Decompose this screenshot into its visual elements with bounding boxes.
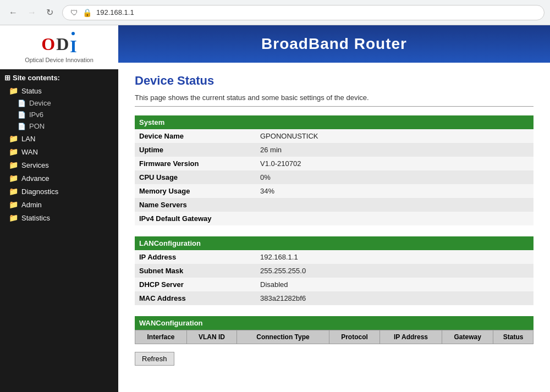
page-description: This page shows the current status and s… [135, 93, 534, 102]
label-subnet: Subnet Mask [135, 264, 256, 278]
sidebar-item-pon[interactable]: 📄 PON [0, 120, 118, 132]
browser-chrome: ← → ↻ 🛡 🔒 192.168.1.1 [0, 0, 550, 25]
wan-table: Interface VLAN ID Connection Type Protoc… [135, 330, 534, 344]
file-icon-device: 📄 [18, 100, 26, 107]
sidebar-item-wan[interactable]: 📁 WAN [0, 145, 118, 158]
table-row: MAC Address 383a21282bf6 [135, 291, 534, 305]
system-table: System Device Name GPONONUSTICK Uptime 2… [135, 115, 534, 225]
sidebar-label-advance: Advance [21, 174, 50, 183]
wan-col-vlanid: VLAN ID [187, 330, 237, 344]
label-memory: Memory Usage [135, 184, 256, 198]
sidebar-item-admin[interactable]: 📁 Admin [0, 198, 118, 211]
table-row: IP Address 192.168.1.1 [135, 250, 534, 264]
refresh-button[interactable]: Refresh [135, 352, 174, 366]
content-body: Device Status This page shows the curren… [118, 63, 550, 377]
folder-icon-statistics: 📁 [9, 213, 18, 222]
file-icon-pon: 📄 [18, 123, 26, 130]
odi-letters: O D I [41, 32, 76, 57]
divider [135, 106, 534, 107]
folder-icon-wan: 📁 [9, 147, 18, 156]
sidebar-item-status[interactable]: 📁 Status [0, 84, 118, 97]
header-title: BroadBand Router [261, 35, 407, 52]
value-ipv4gw [256, 212, 534, 225]
wan-col-status: Status [493, 330, 534, 344]
folder-icon-admin: 📁 [9, 200, 18, 209]
wan-section: WANConfiguration Interface VLAN ID Conne… [135, 316, 534, 366]
sidebar-item-services[interactable]: 📁 Services [0, 158, 118, 172]
value-uptime: 26 min [256, 143, 534, 157]
sidebar: O D I Optical Device Innovation ⊞ Site c… [0, 25, 118, 392]
logo-d: D [56, 34, 69, 54]
table-row: Firmware Version V1.0-210702 [135, 157, 534, 170]
url-text: 192.168.1.1 [96, 8, 134, 16]
sidebar-label-statistics: Statistics [21, 214, 50, 222]
label-nameservers: Name Servers [135, 198, 256, 212]
label-ipv4gw: IPv4 Default Gateway [135, 212, 256, 225]
sidebar-item-device[interactable]: 📄 Device [0, 97, 118, 109]
odi-logo: O D I Optical Device Innovation [25, 32, 94, 63]
wan-col-gateway: Gateway [442, 330, 493, 344]
sidebar-label-pon: PON [29, 122, 45, 130]
nav-buttons: ← → ↻ [6, 5, 57, 20]
forward-button[interactable]: → [24, 5, 40, 20]
sidebar-label-services: Services [21, 161, 49, 169]
value-lan-ip: 192.168.1.1 [256, 250, 534, 264]
folder-icon-diagnostics: 📁 [9, 187, 18, 196]
header-banner: BroadBand Router [118, 25, 550, 63]
folder-icon-advance: 📁 [9, 174, 18, 183]
sidebar-label-diagnostics: Diagnostics [21, 187, 58, 196]
label-mac: MAC Address [135, 291, 256, 305]
sidebar-label-admin: Admin [21, 201, 42, 209]
sidebar-item-ipv6[interactable]: 📄 IPv6 [0, 109, 118, 120]
back-button[interactable]: ← [6, 5, 21, 20]
sidebar-item-advance[interactable]: 📁 Advance [0, 172, 118, 185]
value-cpu: 0% [256, 170, 534, 184]
folder-icon-lan: 📁 [9, 134, 18, 143]
main-layout: O D I Optical Device Innovation ⊞ Site c… [0, 25, 550, 392]
value-dhcp: Disabled [256, 278, 534, 291]
sidebar-label-status: Status [21, 87, 42, 95]
logo-area: O D I Optical Device Innovation [0, 25, 118, 69]
wan-col-ipaddress: IP Address [380, 330, 442, 344]
lan-table: LANConfiguration IP Address 192.168.1.1 … [135, 236, 534, 305]
logo-subtitle: Optical Device Innovation [25, 57, 94, 63]
value-memory: 34% [256, 184, 534, 198]
sidebar-label-device: Device [29, 99, 51, 107]
sidebar-item-diagnostics[interactable]: 📁 Diagnostics [0, 185, 118, 198]
value-mac: 383a21282bf6 [256, 291, 534, 305]
logo-i: I [70, 32, 76, 57]
label-device-name: Device Name [135, 129, 256, 143]
sidebar-item-lan[interactable]: 📁 LAN [0, 132, 118, 145]
label-lan-ip: IP Address [135, 250, 256, 264]
shield-icon: 🛡 [70, 8, 78, 17]
sidebar-label-lan: LAN [21, 135, 35, 143]
system-section-header: System [135, 115, 534, 129]
wan-section-header: WANConfiguration [135, 316, 534, 330]
value-device-name: GPONONUSTICK [256, 129, 534, 143]
table-row: Uptime 26 min [135, 143, 534, 157]
page-title: Device Status [135, 74, 534, 88]
lock-icon: 🔒 [82, 8, 92, 17]
grid-icon: ⊞ [4, 74, 10, 82]
table-row: IPv4 Default Gateway [135, 212, 534, 225]
sidebar-item-statistics[interactable]: 📁 Statistics [0, 211, 118, 224]
table-row: Memory Usage 34% [135, 184, 534, 198]
wan-col-interface: Interface [135, 330, 187, 344]
table-row: Subnet Mask 255.255.255.0 [135, 264, 534, 278]
sidebar-label-ipv6: IPv6 [29, 111, 43, 119]
label-uptime: Uptime [135, 143, 256, 157]
value-subnet: 255.255.255.0 [256, 264, 534, 278]
wan-col-conntype: Connection Type [237, 330, 329, 344]
folder-icon-status: 📁 [9, 86, 18, 95]
address-bar[interactable]: 🛡 🔒 192.168.1.1 [62, 5, 544, 20]
site-contents-label: ⊞ Site contents: [0, 69, 118, 84]
value-firmware: V1.0-210702 [256, 157, 534, 170]
content-area: BroadBand Router Device Status This page… [118, 25, 550, 392]
wan-col-protocol: Protocol [329, 330, 380, 344]
lan-section-header: LANConfiguration [135, 236, 534, 250]
label-cpu: CPU Usage [135, 170, 256, 184]
table-row: Name Servers [135, 198, 534, 212]
reload-button[interactable]: ↻ [43, 5, 57, 20]
label-firmware: Firmware Version [135, 157, 256, 170]
value-nameservers [256, 198, 534, 212]
